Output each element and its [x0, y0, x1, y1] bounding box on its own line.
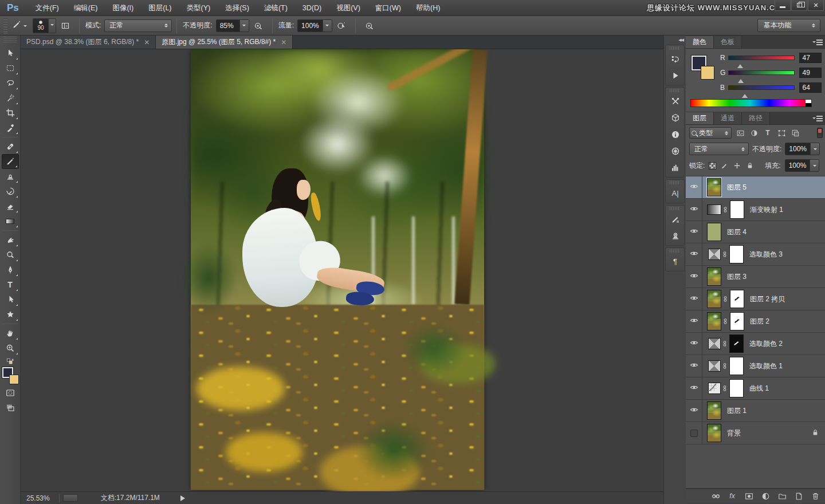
brush-tool-preset-picker[interactable]: [10, 19, 29, 33]
menu-item-10[interactable]: 窗口(W): [368, 0, 408, 15]
panel-menu-icon[interactable]: [812, 39, 823, 46]
layer-mask-thumbnail[interactable]: [729, 357, 744, 375]
layer-row[interactable]: 图层 2 拷贝: [686, 288, 825, 310]
layer-opacity-select[interactable]: 100%: [785, 143, 820, 155]
layer-mask-thumbnail[interactable]: [730, 200, 744, 219]
menu-item-11[interactable]: 帮助(H): [408, 0, 447, 15]
layer-row[interactable]: 图层 3: [686, 266, 825, 288]
layer-row[interactable]: 曲线 1: [686, 377, 825, 400]
flow-select[interactable]: 100%: [297, 19, 332, 32]
tab-color[interactable]: 颜色: [686, 36, 714, 48]
layer-visibility-toggle[interactable]: [686, 221, 702, 243]
screen-mode-button[interactable]: [2, 400, 19, 415]
panel-icon-character[interactable]: A|: [666, 185, 685, 202]
panel-icon-info[interactable]: [666, 126, 685, 143]
panel-icon-paragraph[interactable]: ¶: [666, 253, 685, 270]
layer-visibility-toggle[interactable]: [686, 199, 702, 220]
color-spectrum-ramp[interactable]: [690, 99, 812, 107]
menu-item-8[interactable]: 3D(D): [295, 0, 329, 15]
layer-thumbnail[interactable]: [707, 290, 721, 308]
brush-size-picker[interactable]: 90: [33, 18, 56, 33]
new-adjustment-button[interactable]: [759, 490, 772, 502]
channel-slider[interactable]: [728, 70, 795, 75]
close-button[interactable]: ✕: [808, 0, 824, 11]
hand-tool[interactable]: [2, 326, 19, 341]
layer-thumbnail[interactable]: [708, 338, 721, 349]
lock-all-icon[interactable]: [745, 160, 754, 171]
layer-mask-thumbnail[interactable]: [729, 245, 744, 263]
layer-mask-thumbnail[interactable]: [729, 379, 744, 397]
layer-style-button[interactable]: fx: [726, 490, 738, 502]
layer-row[interactable]: 选取颜色 3: [686, 243, 825, 266]
flow-dropdown-arrow[interactable]: [323, 20, 332, 32]
layer-row[interactable]: 图层 4: [686, 221, 825, 243]
panel-icon-brush-settings[interactable]: [666, 211, 685, 227]
gradient-tool[interactable]: [2, 214, 19, 229]
collapse-dock-button[interactable]: ◀◀: [664, 36, 686, 44]
channel-value[interactable]: 64: [799, 82, 822, 93]
layer-blend-mode-select[interactable]: 正常: [689, 143, 749, 155]
panel-icon-3d[interactable]: [666, 109, 685, 126]
channel-slider[interactable]: [728, 56, 795, 60]
lock-transparency-icon[interactable]: [709, 162, 716, 170]
layer-visibility-toggle[interactable]: [686, 176, 702, 198]
menu-item-9[interactable]: 视图(V): [329, 0, 368, 15]
opacity-select[interactable]: 85%: [216, 19, 249, 32]
scrubby-zoom-icon[interactable]: [63, 494, 78, 502]
lock-paint-icon[interactable]: [720, 160, 729, 171]
menu-item-2[interactable]: 编辑(E): [66, 0, 105, 15]
layer-thumbnail[interactable]: [707, 424, 721, 442]
adjustment-filter-icon[interactable]: [748, 127, 760, 139]
background-color-swatch[interactable]: [9, 375, 19, 384]
layer-visibility-toggle[interactable]: [686, 288, 702, 310]
new-group-button[interactable]: [776, 490, 788, 502]
menu-item-7[interactable]: 滤镜(T): [257, 0, 295, 15]
layer-thumbnail[interactable]: [707, 312, 721, 330]
custom-shape-tool[interactable]: [2, 307, 19, 322]
brush-tool[interactable]: [2, 154, 19, 169]
magic-wand-tool[interactable]: [2, 90, 19, 105]
smudge-tool[interactable]: [2, 233, 19, 247]
panel-icon-tool-presets[interactable]: [666, 93, 685, 109]
canvas-area[interactable]: [21, 49, 663, 491]
layer-visibility-toggle[interactable]: [686, 310, 702, 332]
type-filter-icon[interactable]: T: [762, 127, 773, 139]
new-layer-button[interactable]: [792, 490, 805, 502]
menu-item-5[interactable]: 类型(Y): [179, 0, 218, 15]
channel-value[interactable]: 47: [799, 53, 822, 63]
layer-mask-thumbnail[interactable]: [729, 334, 744, 353]
layer-thumbnail[interactable]: [707, 178, 721, 196]
panel-menu-icon[interactable]: [812, 115, 823, 122]
layer-mask-thumbnail[interactable]: [730, 290, 744, 308]
zoom-tool[interactable]: [2, 341, 19, 356]
channel-slider[interactable]: [728, 85, 795, 90]
lock-position-icon[interactable]: [733, 160, 741, 171]
layer-row[interactable]: 图层 5: [686, 176, 825, 199]
layer-filter-kind-select[interactable]: 类型: [689, 127, 732, 139]
layer-visibility-toggle[interactable]: [686, 422, 702, 444]
layer-fill-select[interactable]: 100%: [785, 159, 820, 172]
menu-item-6[interactable]: 选择(S): [218, 0, 257, 15]
layer-row[interactable]: 图层 1: [686, 400, 825, 422]
minimize-button[interactable]: [775, 0, 791, 11]
layer-thumbnail[interactable]: [707, 204, 721, 215]
layer-row[interactable]: 图层 2: [686, 310, 825, 333]
tab-paths[interactable]: 路径: [742, 112, 770, 124]
layer-thumbnail[interactable]: [707, 267, 721, 286]
layer-thumbnail[interactable]: [707, 223, 721, 241]
clone-stamp-tool[interactable]: [2, 169, 19, 184]
zoom-level[interactable]: 25.53%: [21, 494, 56, 502]
menu-item-1[interactable]: 文件(F): [28, 0, 66, 15]
opacity-dropdown-arrow[interactable]: [239, 20, 249, 32]
document-tab-2[interactable]: 原图.jpg @ 25.5% (图层 5, RGB/8#) *✕: [156, 36, 293, 49]
shape-filter-icon[interactable]: [776, 127, 787, 139]
quick-mask-button[interactable]: [2, 385, 19, 400]
swap-colors-icon[interactable]: [3, 358, 18, 366]
fill-dropdown-arrow[interactable]: [810, 160, 819, 171]
type-tool[interactable]: T: [2, 277, 19, 292]
pen-tool[interactable]: [2, 262, 19, 277]
blend-mode-select[interactable]: 正常: [104, 19, 172, 32]
opacity-dropdown-arrow[interactable]: [810, 143, 819, 155]
layer-visibility-toggle[interactable]: [686, 243, 702, 265]
pixel-filter-icon[interactable]: [734, 127, 746, 139]
